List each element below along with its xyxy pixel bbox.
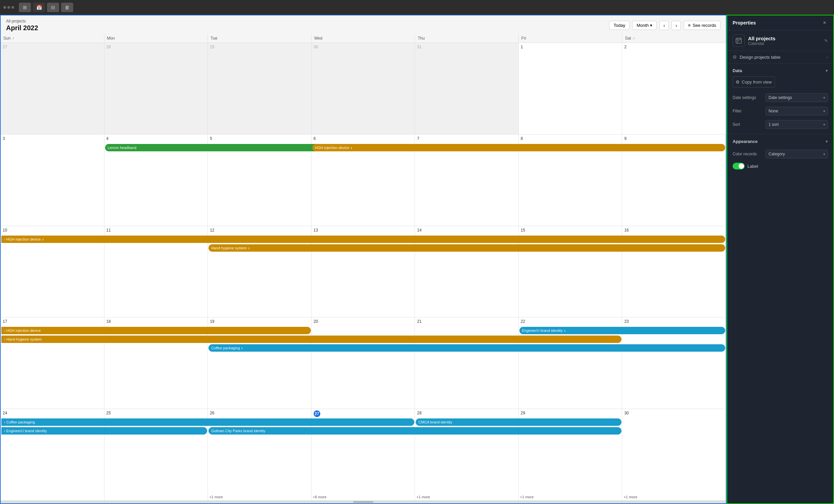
more-26[interactable]: +1 more	[209, 495, 223, 499]
close-button[interactable]: ×	[821, 20, 828, 26]
date-settings-label: Date settings	[732, 95, 763, 100]
resize-pill	[353, 501, 373, 503]
label-toggle[interactable]	[732, 163, 745, 169]
sort-label: Sort	[732, 122, 763, 127]
toolbar-dots	[3, 6, 14, 9]
design-projects-section: ⚙ Design projects table ›	[727, 51, 833, 63]
month-year: April 2022	[6, 24, 38, 32]
header-sat: Sat ↗	[622, 34, 726, 43]
week-row-3: 10 11 12 13 14 15 16 ‹ HGH injection dev…	[1, 226, 726, 318]
view-info-text: All projects Calendar	[748, 36, 775, 46]
label-toggle-label: Label	[747, 164, 758, 169]
month-button-label: Month	[637, 23, 649, 28]
header-thu: Thu	[415, 34, 519, 43]
copy-from-view-label: Copy from view	[742, 79, 772, 85]
prev-month-button[interactable]: ‹	[659, 21, 669, 30]
color-records-select[interactable]: Category	[766, 150, 828, 158]
view-name: All projects	[748, 36, 775, 41]
see-records-icon: ≡	[688, 23, 690, 28]
day-cell-27-mar: 27	[1, 43, 104, 134]
color-records-row: Color records Category	[727, 147, 833, 161]
main-wrapper: All projects April 2022 Today Month ▾ ‹ …	[0, 15, 834, 504]
calendar-view-icon	[732, 35, 745, 47]
event-engineeru-week4[interactable]: EngineerU brand identity	[520, 327, 725, 334]
event-hgh-week2[interactable]: HGH injection device	[312, 144, 725, 151]
toolbar-calendar-btn[interactable]: 📅	[33, 3, 45, 12]
edit-icon[interactable]: ✎	[824, 38, 828, 43]
event-hgh-week3-1[interactable]: ‹ HGH injection device	[1, 235, 725, 243]
resize-handle[interactable]	[1, 501, 726, 503]
more-27[interactable]: +6 more	[313, 495, 327, 499]
view-type: Calendar	[748, 41, 775, 46]
more-30[interactable]: +1 more	[623, 495, 637, 499]
appearance-section-label: Appearance	[732, 139, 758, 144]
more-29[interactable]: +1 more	[520, 495, 534, 499]
sort-row: Sort 1 sort	[727, 118, 833, 131]
day-cell-29-mar: 29	[208, 43, 312, 134]
today-button[interactable]: Today	[609, 21, 630, 30]
event-coffee-week5[interactable]: ‹ Coffee packaging	[1, 418, 414, 426]
copy-from-view-icon: ⚙	[736, 79, 740, 85]
toolbar-table-btn[interactable]: ⊟	[47, 3, 59, 12]
toolbar-trash-btn[interactable]: 🗑	[61, 3, 73, 12]
see-records-button[interactable]: ≡ See records	[684, 21, 721, 30]
week-row-5: 24 25 26 27 28 29 30 ‹ Coffee packaging	[1, 409, 726, 501]
appearance-chevron-down-icon: ▾	[826, 139, 828, 144]
label-toggle-row: Label	[727, 161, 833, 171]
props-title: Properties	[732, 20, 756, 25]
color-records-select-wrapper: Category	[766, 150, 828, 158]
day-cell-1: 1	[519, 43, 622, 134]
more-28[interactable]: +1 more	[416, 495, 430, 499]
chevron-right-icon: ›	[827, 55, 828, 60]
toolbar-dot-1	[3, 6, 6, 9]
gear-icon: ⚙	[732, 54, 737, 60]
data-section-label: Data	[732, 68, 742, 73]
date-settings-row: Date settings Date settings	[727, 91, 833, 105]
color-records-label: Color records	[732, 152, 763, 156]
toolbar-dot-3	[12, 6, 14, 9]
svg-rect-5	[738, 41, 739, 41]
weeks-container: 27 28 29 30 31 1 2 3 4 5 6 7 8 9	[1, 43, 726, 501]
toolbar-grid-btn[interactable]: ⊞	[19, 3, 31, 12]
day-cell-28-mar: 28	[104, 43, 208, 134]
design-projects-row[interactable]: ⚙ Design projects table ›	[727, 51, 833, 63]
design-projects-label-wrap: ⚙ Design projects table	[732, 54, 780, 60]
filter-select-wrapper: None	[766, 107, 828, 115]
event-cmca-week5[interactable]: CMCA brand identity	[416, 418, 621, 426]
data-chevron-down-icon: ▾	[826, 68, 828, 73]
month-dropdown-icon: ▾	[650, 23, 652, 28]
day-cell-20: 20	[312, 317, 415, 409]
data-section: Data ▾ ⚙ Copy from view Date settings Da…	[727, 63, 833, 134]
properties-panel: Properties × All projects Calendar ✎	[727, 15, 834, 504]
calendar-controls: Today Month ▾ ‹ › ≡ See records	[609, 21, 721, 30]
toolbar: ⊞ 📅 ⊟ 🗑	[0, 0, 834, 15]
appearance-header-row[interactable]: Appearance ▾	[727, 137, 833, 147]
day-cell-3: 3	[1, 135, 104, 226]
svg-rect-4	[737, 41, 738, 41]
day-headers: Sun ↗ Mon Tue Wed Thu Fri Sat ↗	[1, 34, 726, 43]
sort-select[interactable]: 1 sort	[766, 120, 828, 129]
next-month-button[interactable]: ›	[672, 21, 681, 30]
event-coffee-week4[interactable]: Coffee packaging	[208, 344, 725, 352]
calendar-header: All projects April 2022 Today Month ▾ ‹ …	[1, 16, 726, 34]
header-sun: Sun ↗	[1, 34, 104, 43]
calendar-icon-svg	[735, 37, 742, 44]
date-settings-select[interactable]: Date settings	[766, 93, 828, 102]
event-hand-hygiene-week4[interactable]: ‹ Hand hygiene system	[1, 336, 621, 343]
filter-select[interactable]: None	[766, 107, 828, 115]
header-wed: Wed	[312, 34, 415, 43]
filter-label: Filter	[732, 109, 763, 113]
day-cell-31-mar: 31	[415, 43, 519, 134]
props-header: Properties ×	[727, 16, 833, 30]
design-projects-label: Design projects table	[740, 55, 780, 60]
event-engineeru-week5[interactable]: ‹ EngineerU brand identity	[1, 427, 207, 435]
toolbar-dot-2	[7, 6, 10, 9]
month-button[interactable]: Month ▾	[632, 21, 657, 30]
event-gotham-week5[interactable]: Gotham City Parks brand identity	[208, 427, 621, 435]
week-row-4: 17 18 19 20 21 22 23 ‹ HGH injection dev…	[1, 317, 726, 409]
event-hgh-week4[interactable]: ‹ HGH injection device	[1, 327, 311, 334]
copy-from-view-button[interactable]: ⚙ Copy from view	[732, 76, 775, 88]
header-fri: Fri	[519, 34, 622, 43]
data-header-row[interactable]: Data ▾	[727, 66, 833, 76]
event-hand-hygiene-week3[interactable]: Hand hygiene system	[208, 244, 725, 252]
